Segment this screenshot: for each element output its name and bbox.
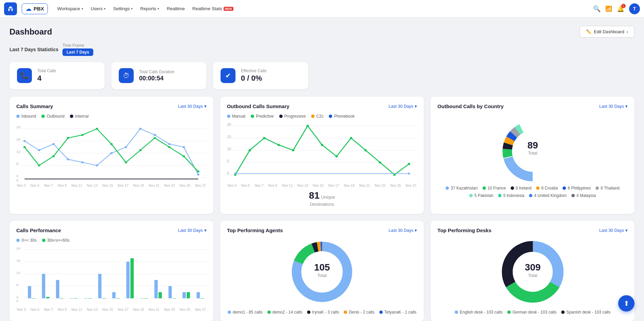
legend-inbound: Inbound	[16, 114, 36, 119]
svg-point-34	[168, 143, 170, 145]
check-icon: ✔	[221, 68, 235, 83]
calls-summary-filter[interactable]: Last 30 Days ▾	[178, 104, 207, 109]
wifi-icon[interactable]: 📶	[605, 5, 612, 12]
stat-card-effective: ✔ Effective Calls 0 / 0%	[213, 62, 308, 89]
svg-point-17	[110, 143, 113, 145]
top-agents-card: Top Performing Agents Last 30 Days ▾ 105	[220, 221, 424, 321]
stat-card-total-calls: 📞 Total Calls 4	[10, 62, 105, 89]
svg-point-49	[263, 137, 265, 139]
legend-dot	[561, 310, 565, 314]
legend-dot	[42, 239, 45, 242]
calls-summary-legend: Inbound Outbound Internal	[16, 114, 207, 119]
svg-point-57	[379, 161, 381, 164]
card-title: Calls Summary	[16, 103, 53, 109]
top-desks-donut-wrap: 309 Total English desk - 103 calls Germa…	[437, 238, 628, 315]
performance-bar-chart: 20 16 12 8 4 0	[16, 246, 207, 307]
legend-dot	[379, 310, 383, 314]
svg-point-53	[321, 144, 323, 146]
donut-legend: 37 Kazakhstan 10 France 6 Ireland 6 Croa…	[437, 186, 628, 198]
chevron-down-icon: ▾	[204, 104, 207, 109]
top-agents-donut-wrap: 105 Total demo1 - 85 calls demo2 - 14 ca…	[227, 238, 417, 315]
edit-dashboard-button[interactable]: ✏️ Edit Dashboard ›	[580, 26, 634, 38]
nav-realtime[interactable]: Realtime	[163, 4, 188, 13]
svg-point-20	[154, 137, 156, 139]
legend-thailand: 6 Thailand	[595, 186, 620, 190]
avatar[interactable]: T	[629, 3, 640, 14]
desks-legend: English desk - 103 calls German desk - 1…	[455, 310, 610, 315]
stat-label: Total Calls Duration	[139, 69, 174, 74]
nav-reports[interactable]: Reports ▾	[137, 4, 163, 13]
nav-cloud-brand[interactable]: ☁ PBX	[22, 3, 48, 14]
nav-menu: Workspace ▾ Users ▾ Settings ▾ Reports ▾…	[54, 4, 237, 13]
svg-rect-99	[145, 298, 148, 299]
legend-manual: Manual	[227, 114, 245, 119]
svg-point-14	[67, 137, 69, 139]
card-header: Outbound Calls by Country Last 30 Days ▾	[437, 103, 628, 109]
legend-dot	[571, 194, 575, 197]
time-frame-row: Last 7 Days Statistics Time Frame Last 7…	[10, 43, 634, 56]
clock-icon: ⏱	[119, 68, 134, 83]
chevron-down-icon: ▾	[625, 228, 628, 233]
svg-rect-94	[112, 292, 116, 298]
svg-point-59	[408, 163, 410, 165]
line-chart-svg: 20 15 10 5 0	[227, 122, 417, 183]
svg-point-51	[292, 149, 294, 152]
agents-legend: demo1 - 85 calls demo2 - 14 calls IrynaK…	[228, 310, 417, 315]
legend-dot	[16, 239, 20, 242]
chevron-down-icon: ▾	[131, 7, 133, 11]
notification-icon[interactable]: 🔔 !	[617, 5, 624, 13]
svg-rect-97	[130, 258, 134, 298]
outbound-calls-filter[interactable]: Last 30 Days ▾	[389, 104, 417, 109]
stats-label: Last 7 Days Statistics	[10, 47, 58, 52]
nav-workspace[interactable]: Workspace ▾	[54, 4, 87, 13]
legend-kazakhstan: 37 Kazakhstan	[446, 186, 477, 190]
top-agents-filter[interactable]: Last 30 Days ▾	[389, 228, 417, 233]
svg-rect-86	[56, 280, 59, 298]
calls-performance-filter[interactable]: Last 30 Days ▾	[178, 228, 207, 233]
navbar: ☁ PBX Workspace ▾ Users ▾ Settings ▾ Rep…	[0, 0, 644, 18]
calls-summary-chart: 20 16 12 8 4 0	[16, 122, 207, 183]
svg-text:20: 20	[227, 123, 231, 127]
svg-point-22	[183, 155, 185, 157]
svg-point-19	[139, 149, 141, 151]
unique-destinations: 81 UniqueDestinations	[227, 190, 417, 207]
legend-english-desk: English desk - 103 calls	[455, 310, 503, 315]
new-badge: NEW	[224, 7, 233, 11]
calls-summary-card: Calls Summary Last 30 Days ▾ Inbound Out…	[10, 97, 213, 214]
svg-text:15: 15	[227, 135, 231, 139]
svg-text:12: 12	[16, 150, 21, 153]
svg-rect-102	[169, 286, 172, 298]
legend-dot	[267, 310, 271, 314]
donut-svg-wrap: 309 Total	[499, 238, 567, 306]
nav-settings[interactable]: Settings ▾	[110, 4, 136, 13]
legend-dot	[227, 115, 230, 118]
svg-point-26	[52, 143, 55, 145]
top-desks-filter[interactable]: Last 30 Days ▾	[599, 228, 628, 233]
search-icon[interactable]: 🔍	[593, 5, 601, 13]
logo-icon[interactable]	[4, 2, 17, 15]
legend-demo1: demo1 - 85 calls	[228, 310, 263, 315]
svg-rect-98	[140, 298, 144, 299]
fab-button[interactable]: ⬆	[618, 295, 634, 312]
line-chart-svg: 20 16 12 8 4 0	[16, 122, 207, 183]
nav-realtime-stats[interactable]: Realtime Stats NEW	[189, 4, 237, 13]
outbound-country-filter[interactable]: Last 30 Days ▾	[599, 104, 628, 109]
stat-label: Total Calls	[37, 68, 56, 73]
svg-point-48	[248, 149, 251, 152]
bar-chart-svg: 20 16 12 8 4 0	[16, 246, 207, 307]
legend-outbound: Outbound	[41, 114, 64, 119]
legend-x30: X=< 30s	[16, 238, 37, 243]
legend-dot	[311, 115, 315, 118]
legend-indonesia: 5 Indonesia	[498, 193, 524, 198]
svg-text:89: 89	[527, 140, 538, 151]
legend-france: 10 France	[482, 186, 506, 190]
x-axis-labels: Nov 3 Nov 5 Nov 7 Nov 9 Nov 11 Nov 13 No…	[16, 184, 207, 187]
time-badge[interactable]: Last 7 Days	[62, 48, 93, 56]
svg-text:4: 4	[16, 296, 19, 299]
phone-icon: 📞	[17, 68, 32, 83]
nav-users[interactable]: Users ▾	[87, 4, 109, 13]
svg-point-11	[23, 146, 26, 148]
page-title: Dashboard	[10, 27, 52, 37]
svg-rect-87	[60, 298, 63, 299]
legend-iryna: IrynaK - 3 calls	[307, 310, 339, 315]
